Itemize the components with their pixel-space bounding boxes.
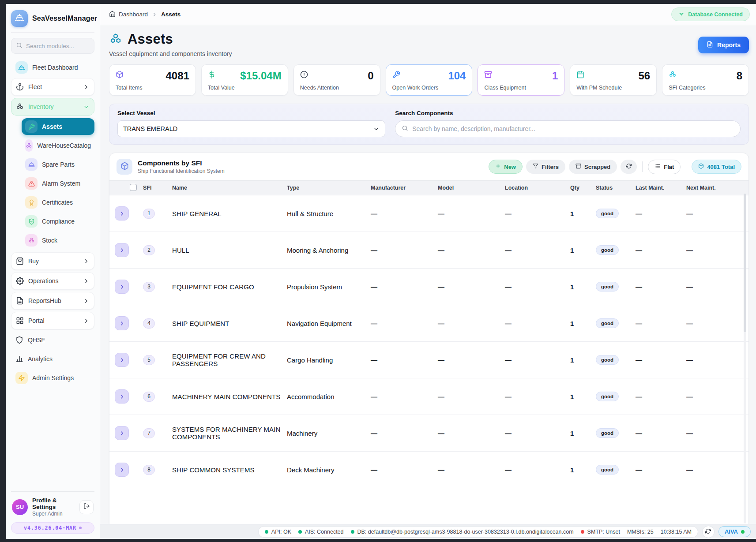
profile-section[interactable]: SU Profile & Settings Super Admin [11, 491, 94, 517]
status-dot [351, 530, 354, 534]
component-name: SHIP GENERAL [172, 210, 287, 217]
table-row[interactable]: 6MACHINERY MAIN COMPONENTSAccommodation—… [109, 378, 748, 415]
sidebar-item-analytics[interactable]: Analytics [11, 351, 94, 367]
component-search-label: Search Components [395, 110, 741, 116]
component-search[interactable] [395, 120, 741, 137]
filters-button[interactable]: Filters [526, 160, 565, 174]
stat-card-needs-attention[interactable]: 0Needs Attention [293, 64, 380, 96]
shopping-bag-icon [16, 257, 24, 265]
table-row[interactable]: 5EQUIPMENT FOR CREW AND PASSENGERSCargo … [109, 342, 748, 378]
stat-card-total-items[interactable]: 4081Total Items [109, 64, 196, 96]
component-type: Deck Machinery [287, 466, 371, 474]
expand-row-button[interactable] [115, 353, 129, 367]
refresh-icon [705, 528, 711, 536]
ship-icon [15, 13, 24, 22]
sidebar-item-fleet-dashboard[interactable]: Fleet Dashboard [11, 59, 94, 76]
select-all-checkbox[interactable] [130, 184, 137, 191]
breadcrumb-dashboard-link[interactable]: Dashboard [109, 11, 148, 19]
sidebar-item-warehousecatalog[interactable]: WareHouseCatalog [22, 137, 94, 154]
sidebar-item-buy[interactable]: Buy [11, 252, 94, 270]
component-location: — [505, 210, 570, 217]
expand-row-button[interactable] [115, 316, 129, 330]
chevron-down-icon [373, 126, 380, 132]
stat-card-open-work-orders[interactable]: 104Open Work Orders [386, 64, 473, 96]
reports-button[interactable]: Reports [698, 37, 749, 53]
sidebar-item-reportshub[interactable]: ReportsHub [11, 292, 94, 310]
table-scrollbar[interactable] [744, 194, 746, 523]
expand-row-button[interactable] [115, 463, 129, 477]
refresh-icon [626, 163, 632, 169]
expand-row-button[interactable] [115, 243, 129, 257]
sidebar-item-spare-parts[interactable]: Spare Parts [22, 156, 94, 173]
vessel-select[interactable]: TRANS EMERALD [117, 120, 385, 137]
expand-row-button[interactable] [115, 426, 129, 440]
award-icon [28, 199, 35, 206]
plus-icon [495, 163, 501, 169]
table-title: Components by SFI [138, 159, 225, 167]
stats-row: 4081Total Items$15.04MTotal Value0Needs … [109, 64, 749, 96]
component-type: Accommodation [287, 393, 371, 400]
table-row[interactable]: 2HULLMooring & Anchoring———1good—— [109, 232, 748, 269]
last-maint: — [636, 430, 686, 437]
flat-view-button[interactable]: Flat [648, 160, 681, 174]
sfi-badge: 2 [143, 245, 155, 255]
stat-card-class-equipment[interactable]: 1Class Equipment [478, 64, 564, 96]
sidebar-item-compliance[interactable]: Compliance [22, 213, 94, 230]
status-item: API: OK [265, 529, 291, 535]
stat-card-with-pm-schedule[interactable]: 56With PM Schedule [570, 64, 657, 96]
expand-row-button[interactable] [115, 280, 129, 294]
sidebar-item-inventory[interactable]: Inventory [11, 98, 94, 116]
cubes-icon [26, 142, 32, 149]
ship-icon [18, 64, 25, 71]
expand-row-button[interactable] [115, 389, 129, 404]
chevron-right-icon [83, 318, 90, 324]
aiva-button[interactable]: AIVA [718, 526, 751, 537]
stat-card-total-value[interactable]: $15.04MTotal Value [201, 64, 288, 96]
filter-panel: Select Vessel TRANS EMERALD Search Compo… [109, 104, 749, 145]
next-maint: — [686, 210, 748, 217]
sidebar-item-operations[interactable]: Operations [11, 272, 94, 290]
table-row[interactable]: 8SHIP COMMON SYSTEMSDeck Machinery———1go… [109, 452, 748, 488]
scrapped-button[interactable]: Scrapped [569, 160, 617, 174]
table-row[interactable]: 3EQUIPMENT FOR CARGOPropulsion System———… [109, 269, 748, 305]
sidebar-item-assets[interactable]: Assets [22, 118, 94, 135]
component-location: — [505, 466, 570, 474]
component-search-input[interactable] [412, 125, 734, 132]
refresh-button[interactable] [621, 160, 637, 174]
search-icon [16, 42, 23, 49]
last-maint: — [636, 247, 686, 254]
sfi-badge: 4 [143, 318, 155, 329]
sidebar-item-stock[interactable]: Stock [22, 232, 94, 249]
plus-icon [495, 163, 501, 170]
sidebar-item-admin-settings[interactable]: Admin Settings [11, 370, 94, 386]
status-badge: good [596, 355, 619, 365]
next-maint: — [686, 320, 748, 327]
table-row[interactable]: 7SYSTEMS FOR MACHINERY MAIN COMPONENTSMa… [109, 415, 748, 452]
component-name: EQUIPMENT FOR CREW AND PASSENGERS [172, 352, 287, 367]
table-row[interactable]: 1SHIP GENERALHull & Structure———1good—— [109, 195, 748, 232]
search-input[interactable] [26, 43, 90, 49]
sidebar-item-portal[interactable]: Portal [11, 312, 94, 329]
new-button[interactable]: New [489, 160, 523, 174]
grid-icon [16, 317, 24, 325]
sidebar-item-alarm-system[interactable]: Alarm System [22, 175, 94, 192]
logout-button[interactable] [79, 500, 94, 514]
table-header-row: SFINameTypeManufacturerModelLocationQtyS… [109, 180, 748, 195]
status-refresh-button[interactable] [702, 526, 715, 538]
sidebar-item-fleet[interactable]: Fleet [11, 78, 94, 96]
chevron-right-icon [119, 357, 125, 363]
component-manufacturer: — [371, 466, 438, 474]
stat-card-sfi-categories[interactable]: 8SFI Categories [662, 64, 749, 96]
component-location: — [505, 430, 570, 437]
status-badge: good [596, 428, 619, 438]
expand-row-button[interactable] [115, 206, 129, 221]
sidebar-item-certificates[interactable]: Certificates [22, 194, 94, 211]
next-maint: — [686, 356, 748, 364]
sidebar-search[interactable] [11, 38, 94, 54]
search-icon [402, 125, 408, 131]
component-name: MACHINERY MAIN COMPONENTS [172, 393, 287, 400]
table-row[interactable]: 4SHIP EQUIPMENTNavigation Equipment———1g… [109, 305, 748, 342]
chevron-right-icon [83, 258, 90, 265]
sidebar-item-qhse[interactable]: QHSE [11, 332, 94, 348]
profile-role: Super Admin [32, 511, 75, 517]
